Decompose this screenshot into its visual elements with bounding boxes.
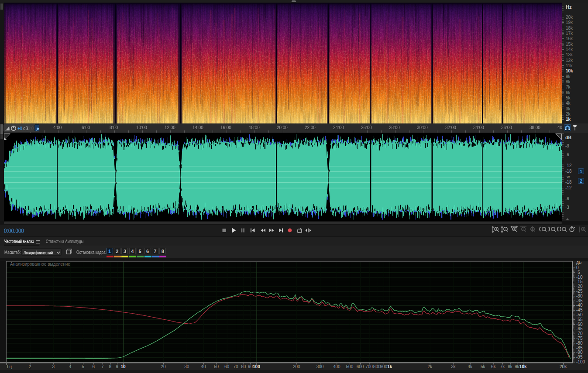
svg-text:6k: 6k — [491, 364, 496, 369]
svg-text:80: 80 — [241, 364, 246, 369]
svg-text:40: 40 — [201, 364, 206, 369]
svg-text:900: 900 — [380, 364, 387, 369]
svg-text:9: 9 — [116, 364, 118, 369]
svg-text:-5: -5 — [576, 270, 580, 275]
svg-text:-100: -100 — [576, 359, 585, 364]
svg-text:4k: 4k — [468, 364, 473, 369]
svg-text:10k: 10k — [519, 364, 527, 369]
svg-text:-55: -55 — [576, 317, 583, 322]
svg-text:3k: 3k — [451, 364, 456, 369]
svg-text:300: 300 — [316, 364, 324, 369]
svg-text:6: 6 — [92, 364, 95, 369]
svg-text:60: 60 — [224, 364, 230, 369]
svg-text:-90: -90 — [576, 350, 583, 355]
svg-text:7: 7 — [101, 364, 104, 369]
svg-text:2: 2 — [29, 364, 31, 369]
svg-text:-70: -70 — [576, 331, 583, 336]
svg-text:8k: 8k — [508, 364, 513, 369]
svg-text:0: 0 — [576, 265, 579, 270]
svg-text:5: 5 — [82, 364, 84, 369]
svg-text:2k: 2k — [427, 364, 433, 369]
svg-text:-60: -60 — [576, 322, 583, 327]
svg-text:50: 50 — [214, 364, 219, 369]
svg-text:20k: 20k — [560, 364, 567, 369]
svg-text:70: 70 — [234, 364, 239, 369]
svg-text:-30: -30 — [576, 294, 583, 298]
svg-text:-65: -65 — [576, 326, 583, 331]
svg-text:-35: -35 — [576, 298, 583, 303]
svg-text:-15: -15 — [576, 279, 583, 284]
svg-text:20: 20 — [161, 364, 166, 369]
svg-text:10: 10 — [120, 364, 126, 369]
svg-text:-95: -95 — [576, 355, 583, 359]
svg-text:-75: -75 — [576, 336, 583, 341]
svg-text:400: 400 — [333, 364, 340, 369]
svg-text:Гц: Гц — [7, 364, 12, 369]
svg-text:-25: -25 — [576, 289, 583, 294]
svg-text:-20: -20 — [576, 284, 583, 289]
svg-text:1k: 1k — [387, 364, 392, 369]
svg-text:8: 8 — [109, 364, 112, 369]
svg-text:-50: -50 — [576, 312, 583, 317]
svg-text:3: 3 — [52, 364, 55, 369]
svg-text:-80: -80 — [576, 341, 583, 346]
svg-text:9k: 9k — [515, 364, 520, 369]
svg-text:-85: -85 — [576, 346, 583, 350]
svg-text:90: 90 — [248, 364, 253, 369]
svg-text:600: 600 — [357, 364, 364, 369]
svg-text:500: 500 — [346, 364, 354, 369]
svg-text:5k: 5k — [481, 364, 486, 369]
svg-text:4: 4 — [69, 364, 72, 369]
svg-text:100: 100 — [253, 364, 260, 369]
svg-text:800: 800 — [373, 364, 381, 369]
svg-text:30: 30 — [184, 364, 189, 369]
svg-text:700: 700 — [365, 364, 373, 369]
svg-text:-40: -40 — [576, 303, 583, 308]
svg-text:-45: -45 — [576, 308, 583, 312]
svg-text:-10: -10 — [576, 275, 583, 280]
svg-text:Анализированное выделение: Анализированное выделение — [10, 262, 70, 267]
svg-text:200: 200 — [293, 364, 300, 369]
svg-text:7k: 7k — [500, 364, 505, 369]
